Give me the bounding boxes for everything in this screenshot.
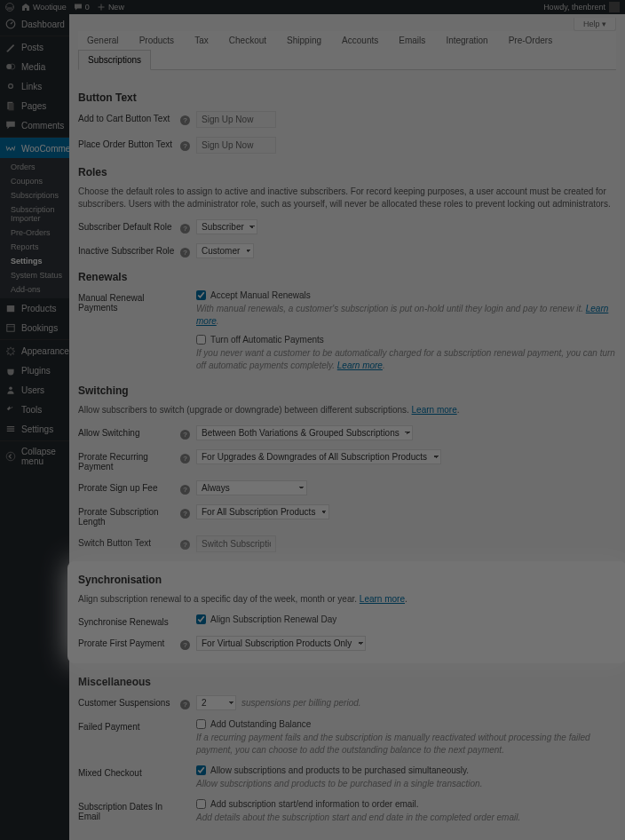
select-default-role[interactable]: Subscriber bbox=[196, 219, 257, 234]
svg-rect-11 bbox=[7, 428, 14, 429]
check-align-renewal[interactable] bbox=[196, 614, 206, 624]
avatar[interactable] bbox=[609, 2, 620, 12]
select-prorate-signup[interactable]: Always bbox=[196, 480, 307, 495]
label-prorate-first: Prorate First Payment bbox=[78, 636, 180, 648]
sub-reports[interactable]: Reports bbox=[0, 240, 69, 254]
tooltip-icon[interactable]: ? bbox=[180, 430, 190, 440]
new-label: New bbox=[108, 3, 124, 12]
menu-users-label: Users bbox=[21, 385, 44, 395]
new-content[interactable]: New bbox=[97, 3, 124, 12]
tooltip-icon[interactable]: ? bbox=[180, 224, 190, 234]
site-link[interactable]: Wootique bbox=[21, 3, 67, 12]
sub-settings[interactable]: Settings bbox=[0, 254, 69, 268]
admin-sidebar: Dashboard Posts Media Links Pages Commen… bbox=[0, 14, 69, 840]
tab-general[interactable]: General bbox=[78, 31, 128, 50]
link-learn-more-auto[interactable]: Learn more bbox=[337, 361, 383, 370]
link-learn-more-sync[interactable]: Learn more bbox=[360, 594, 405, 604]
check-outstanding[interactable] bbox=[196, 719, 206, 729]
select-inactive-role[interactable]: Customer bbox=[196, 243, 254, 258]
tab-preorders[interactable]: Pre-Orders bbox=[500, 31, 561, 50]
svg-point-9 bbox=[9, 386, 12, 390]
sub-preorders[interactable]: Pre-Orders bbox=[0, 226, 69, 240]
comments-bubble[interactable]: 0 bbox=[74, 3, 90, 12]
sub-importer[interactable]: Subscription Importer bbox=[0, 202, 69, 226]
select-prorate-length[interactable]: For All Subscription Products bbox=[196, 504, 329, 519]
help-tab[interactable]: Help ▾ bbox=[574, 18, 616, 31]
heading-button-text: Button Text bbox=[78, 91, 616, 104]
select-prorate-first[interactable]: For Virtual Subscription Products Only bbox=[196, 636, 366, 651]
link-learn-more-switching[interactable]: Learn more bbox=[412, 405, 457, 415]
heading-renewals: Renewals bbox=[78, 271, 616, 283]
input-place-order[interactable] bbox=[196, 137, 276, 154]
heading-sync: Synchronisation bbox=[78, 574, 616, 586]
menu-tools[interactable]: Tools bbox=[0, 400, 69, 419]
site-name: Wootique bbox=[33, 3, 67, 12]
sub-orders[interactable]: Orders bbox=[0, 160, 69, 174]
label-sync-renewals: Synchronise Renewals bbox=[78, 614, 180, 627]
label-failed: Failed Payment bbox=[78, 719, 180, 732]
tooltip-icon[interactable]: ? bbox=[180, 115, 190, 125]
menu-comments[interactable]: Comments bbox=[0, 115, 69, 135]
select-prorate-recurring[interactable]: For Upgrades & Downgrades of All Subscri… bbox=[196, 449, 441, 464]
menu-appearance-label: Appearance bbox=[21, 346, 69, 356]
menu-users[interactable]: Users bbox=[0, 380, 69, 400]
menu-media[interactable]: Media bbox=[0, 57, 69, 76]
input-add-to-cart[interactable] bbox=[196, 111, 276, 128]
tooltip-icon[interactable]: ? bbox=[180, 485, 190, 495]
howdy-text[interactable]: Howdy, thenbrent bbox=[543, 3, 605, 12]
note-turn-off: If you never want a customer to be autom… bbox=[196, 348, 615, 370]
svg-rect-6 bbox=[7, 305, 14, 312]
tab-tax[interactable]: Tax bbox=[186, 31, 218, 50]
note-accept: With manual renewals, a customer's subsc… bbox=[196, 304, 586, 313]
tooltip-icon[interactable]: ? bbox=[180, 248, 190, 258]
label-suspensions: Customer Suspensions bbox=[78, 695, 180, 708]
check-accept-manual[interactable] bbox=[196, 290, 206, 300]
check-turn-off-auto[interactable] bbox=[196, 335, 206, 345]
menu-links-label: Links bbox=[21, 82, 42, 91]
input-switch-text[interactable] bbox=[196, 535, 276, 552]
tab-integration[interactable]: Integration bbox=[437, 31, 496, 50]
svg-point-2 bbox=[6, 64, 12, 69]
menu-posts[interactable]: Posts bbox=[0, 36, 69, 57]
menu-bookings-label: Bookings bbox=[21, 323, 58, 333]
tooltip-icon[interactable]: ? bbox=[180, 700, 190, 709]
tab-emails[interactable]: Emails bbox=[390, 31, 434, 50]
sub-addons[interactable]: Add-ons bbox=[0, 282, 69, 297]
tab-subscriptions[interactable]: Subscriptions bbox=[78, 50, 151, 70]
menu-links[interactable]: Links bbox=[0, 76, 69, 96]
label-mixed: Mixed Checkout bbox=[78, 765, 180, 778]
menu-appearance[interactable]: Appearance bbox=[0, 339, 69, 361]
content-area: Help ▾ General Products Tax Checkout Shi… bbox=[69, 14, 625, 840]
tooltip-icon[interactable]: ? bbox=[180, 509, 190, 519]
menu-woocommerce[interactable]: WooCommerce bbox=[0, 137, 69, 158]
tab-shipping[interactable]: Shipping bbox=[278, 31, 330, 50]
sub-status[interactable]: System Status bbox=[0, 268, 69, 282]
sub-subscriptions[interactable]: Subscriptions bbox=[0, 188, 69, 202]
tab-products[interactable]: Products bbox=[131, 31, 183, 50]
select-suspensions[interactable]: 2 bbox=[196, 695, 236, 710]
wp-logo[interactable] bbox=[5, 3, 14, 12]
menu-products[interactable]: Products bbox=[0, 298, 69, 318]
tab-checkout[interactable]: Checkout bbox=[220, 31, 275, 50]
tooltip-icon[interactable]: ? bbox=[180, 540, 190, 550]
check-turn-off-label: Turn off Automatic Payments bbox=[210, 335, 324, 345]
menu-dashboard-label: Dashboard bbox=[21, 20, 65, 29]
woocommerce-submenu: Orders Coupons Subscriptions Subscriptio… bbox=[0, 158, 69, 298]
menu-dashboard[interactable]: Dashboard bbox=[0, 14, 69, 34]
select-allow-switching[interactable]: Between Both Variations & Grouped Subscr… bbox=[196, 425, 413, 440]
tab-accounts[interactable]: Accounts bbox=[333, 31, 387, 50]
sub-coupons[interactable]: Coupons bbox=[0, 174, 69, 188]
menu-collapse[interactable]: Collapse menu bbox=[0, 440, 69, 471]
menu-bookings[interactable]: Bookings bbox=[0, 318, 69, 337]
check-mixed[interactable] bbox=[196, 765, 206, 775]
check-dates[interactable] bbox=[196, 799, 206, 809]
menu-plugins[interactable]: Plugins bbox=[0, 361, 69, 380]
label-dates: Subscription Dates In Email bbox=[78, 799, 180, 821]
menu-collapse-label: Collapse menu bbox=[21, 447, 64, 466]
tooltip-icon[interactable]: ? bbox=[180, 454, 190, 464]
tooltip-icon[interactable]: ? bbox=[180, 141, 190, 151]
menu-settings[interactable]: Settings bbox=[0, 419, 69, 439]
tooltip-icon[interactable]: ? bbox=[180, 640, 190, 650]
settings-tabs: General Products Tax Checkout Shipping A… bbox=[78, 31, 616, 70]
menu-pages[interactable]: Pages bbox=[0, 96, 69, 115]
